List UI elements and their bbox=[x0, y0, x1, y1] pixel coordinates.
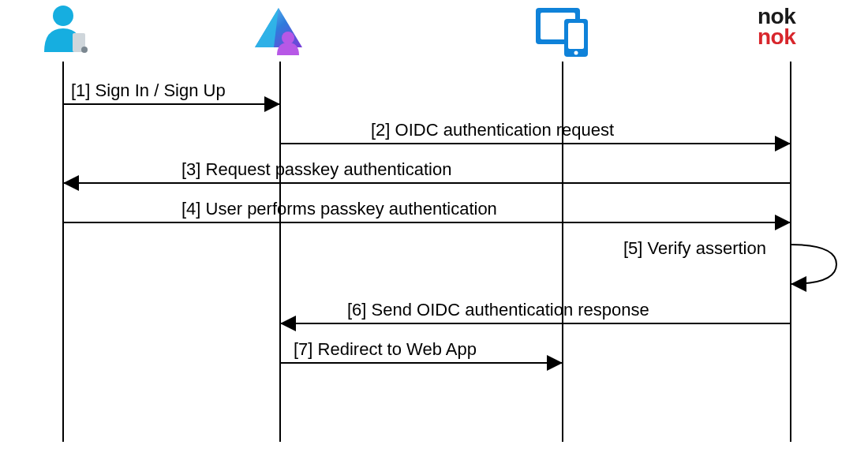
sequence-diagram: nok nok [1] Sign In / Sign Up [2] OIDC a… bbox=[0, 0, 868, 456]
message-7-label: [7] Redirect to Web App bbox=[294, 339, 477, 359]
message-4-label: [4] User performs passkey authentication bbox=[181, 199, 497, 219]
message-5-label: [5] Verify assertion bbox=[623, 238, 766, 258]
svg-point-0 bbox=[53, 6, 73, 26]
message-6-label: [6] Send OIDC authentication response bbox=[347, 300, 649, 320]
message-1-label: [1] Sign In / Sign Up bbox=[71, 80, 226, 100]
message-2-label: [2] OIDC authentication request bbox=[371, 120, 614, 140]
svg-rect-9 bbox=[568, 23, 584, 49]
idp-icon bbox=[255, 8, 302, 55]
user-icon bbox=[44, 6, 88, 53]
noknok-line2: nok bbox=[758, 24, 796, 49]
svg-point-5 bbox=[282, 32, 294, 44]
message-5-arrow bbox=[791, 245, 836, 284]
message-3-label: [3] Request passkey authentication bbox=[181, 159, 451, 179]
svg-point-2 bbox=[81, 47, 88, 53]
svg-point-10 bbox=[574, 51, 578, 55]
noknok-logo: nok nok bbox=[758, 4, 796, 49]
device-icon bbox=[536, 8, 588, 57]
